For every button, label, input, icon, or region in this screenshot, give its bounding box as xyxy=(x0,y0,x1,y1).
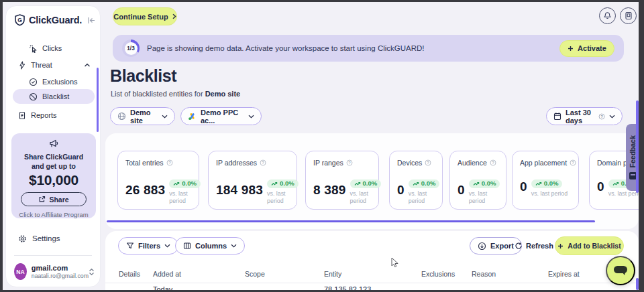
chevron-up-icon[interactable] xyxy=(84,63,95,68)
trend-value: 0.0% xyxy=(363,180,378,188)
notifications-button[interactable] xyxy=(599,7,616,24)
user-name: gmail.com xyxy=(32,264,89,273)
stat-card-audience: Audience ? 0 0.0% vs. last period xyxy=(449,151,506,210)
speech-bubble-icon xyxy=(613,265,628,277)
sidebar-item-exclusions[interactable]: Exclusions xyxy=(13,74,95,89)
table-row-entity[interactable]: 78.135.82.123 xyxy=(324,285,371,290)
stat-label: Total entries xyxy=(125,159,164,167)
page-subtitle-prefix: List of blacklisted entities for xyxy=(111,90,205,98)
columns-label: Columns xyxy=(195,242,227,250)
vs-last-period: vs. last period xyxy=(169,190,199,204)
filter-icon xyxy=(126,242,134,250)
site-selector[interactable]: Demo site xyxy=(110,107,175,125)
column-header-reason[interactable]: Reason xyxy=(472,270,496,278)
account-menu[interactable]: NA gmail.com naatali.ro@gmail.com xyxy=(14,263,95,280)
column-header-added-at[interactable]: Added at xyxy=(153,270,181,278)
add-to-blacklist-button[interactable]: Add to Blacklist xyxy=(555,236,624,255)
stat-value: 184 983 xyxy=(216,183,263,198)
trend-value: 0.0% xyxy=(182,180,197,188)
table-row-divider xyxy=(105,283,639,283)
vs-last-period: vs. last period xyxy=(531,190,568,197)
page-scrollbar-thumb[interactable] xyxy=(636,100,639,193)
click-cursor-icon xyxy=(29,44,38,53)
column-header-exclusions[interactable]: Exclusions xyxy=(421,270,455,278)
continue-setup-label: Continue Setup xyxy=(113,13,168,21)
feedback-chat-icon xyxy=(629,172,637,179)
sidebar-item-label: Blacklist xyxy=(42,92,69,100)
date-range-selector[interactable]: Last 30 days ? xyxy=(546,107,623,125)
page-scrollbar-thumb-lower[interactable] xyxy=(636,278,639,290)
trend-value: 0.0% xyxy=(544,180,559,188)
svg-text:?: ? xyxy=(262,161,264,165)
sidebar-item-label: Reports xyxy=(31,111,57,119)
sidebar-item-settings[interactable]: Settings xyxy=(13,231,60,246)
info-icon[interactable]: ? xyxy=(260,159,266,166)
table-row-added-at[interactable]: Today xyxy=(153,285,172,290)
sidebar-item-label: Threat xyxy=(31,61,52,69)
filters-button[interactable]: Filters xyxy=(118,237,178,254)
docs-button[interactable] xyxy=(620,7,637,24)
stat-label: IP addresses xyxy=(216,159,257,167)
ppc-account-selector[interactable]: Demo PPC ac... xyxy=(180,107,262,125)
share-button[interactable]: Share xyxy=(21,192,87,206)
sidebar-item-blacklist[interactable]: Blacklist xyxy=(13,89,95,104)
trend-badge: 0.0% xyxy=(350,179,382,188)
refresh-button[interactable]: Refresh xyxy=(515,237,553,254)
promo-text: Share ClickGuard and get up to xyxy=(11,151,96,171)
info-icon[interactable]: ? xyxy=(166,159,173,166)
sidebar-item-reports[interactable]: Reports xyxy=(13,108,95,123)
chevron-down-icon xyxy=(609,115,615,119)
stat-card-total-entries: Total entries ? 26 883 0.0% vs. last per… xyxy=(117,151,199,210)
trend-value: 0.0% xyxy=(482,180,496,188)
column-header-entity[interactable]: Entity xyxy=(324,270,341,278)
chat-widget-button[interactable] xyxy=(606,256,635,285)
stat-label: IP ranges xyxy=(313,159,343,167)
logo-text: ClickGuard. xyxy=(29,15,82,25)
stat-value: 0 xyxy=(520,179,527,194)
lightning-icon xyxy=(18,61,26,70)
continue-setup-button[interactable]: Continue Setup xyxy=(113,7,177,25)
stat-label: Devices xyxy=(397,159,422,167)
column-header-details[interactable]: Details xyxy=(119,270,140,278)
info-icon[interactable]: ? xyxy=(425,159,431,166)
chevron-right-icon xyxy=(172,13,176,19)
add-to-blacklist-label: Add to Blacklist xyxy=(568,242,621,250)
activate-button[interactable]: Activate xyxy=(559,40,614,57)
trend-badge: 0.0% xyxy=(409,179,440,188)
app-background: G ClickGuard. Clicks Threat xyxy=(3,2,639,290)
trend-badge: 0.0% xyxy=(169,179,201,188)
stats-horizontal-scrollbar[interactable] xyxy=(107,220,595,222)
info-icon[interactable]: ? xyxy=(490,159,496,166)
export-label: Export xyxy=(490,242,514,250)
stat-card-app-placement: App placement ? 0 0.0% vs. last period xyxy=(512,151,579,210)
trend-badge: 0.0% xyxy=(267,179,299,188)
svg-text:?: ? xyxy=(492,161,494,165)
collapse-sidebar-icon[interactable] xyxy=(87,17,96,24)
sidebar-item-clicks[interactable]: Clicks xyxy=(13,41,95,56)
user-meta: gmail.com naatali.ro@gmail.com xyxy=(32,264,89,279)
plus-icon xyxy=(557,243,564,249)
window-frame: G ClickGuard. Clicks Threat xyxy=(0,0,644,292)
site-selector-value: Demo site xyxy=(130,108,158,125)
chevron-down-icon xyxy=(231,244,237,248)
columns-button[interactable]: Columns xyxy=(175,237,245,254)
vs-last-period: vs. last period xyxy=(608,190,639,197)
column-header-expires-at[interactable]: Expires at xyxy=(548,270,580,278)
info-icon[interactable]: ? xyxy=(570,159,576,166)
svg-text:G: G xyxy=(17,17,22,23)
info-icon[interactable]: ? xyxy=(346,159,353,166)
column-header-scope[interactable]: Scope xyxy=(245,270,265,278)
sidebar-scrollbar[interactable] xyxy=(97,68,99,132)
document-icon xyxy=(18,111,26,120)
stat-card-ip-ranges: IP ranges ? 8 389 0.0% vs. last period xyxy=(305,151,379,210)
sidebar-item-threat[interactable]: Threat xyxy=(13,58,95,72)
calendar-icon xyxy=(553,112,561,121)
gear-icon xyxy=(18,234,27,243)
vs-last-period: vs. last period xyxy=(469,190,498,204)
affiliate-promo-card[interactable]: Share ClickGuard and get up to $10,000 S… xyxy=(11,133,96,218)
trend-value: 0.0% xyxy=(421,180,436,188)
user-email: naatali.ro@gmail.com xyxy=(32,273,89,279)
google-ads-icon xyxy=(188,112,197,121)
download-icon xyxy=(478,242,486,250)
megaphone-icon xyxy=(48,139,59,149)
